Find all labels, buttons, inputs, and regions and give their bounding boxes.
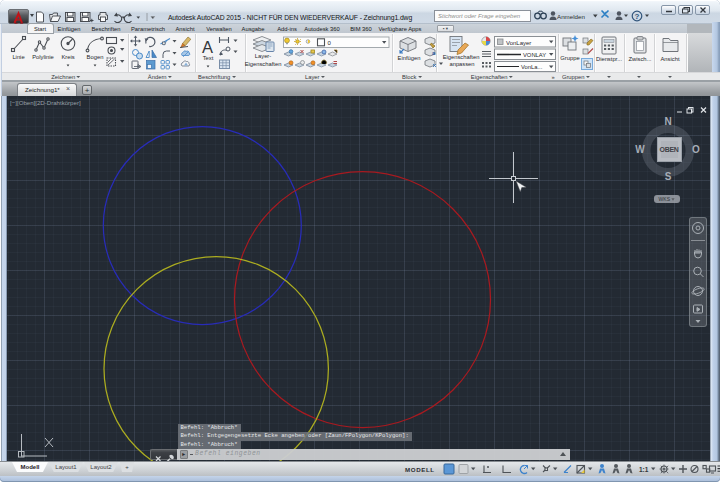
svg-text:VONLAY: VONLAY: [523, 52, 546, 58]
svg-text:1:1: 1:1: [639, 466, 649, 473]
svg-text:VonLayer: VonLayer: [506, 40, 531, 46]
svg-text:VonLa...: VonLa...: [521, 64, 543, 70]
svg-text:?: ?: [635, 12, 640, 21]
svg-text:A: A: [202, 38, 213, 56]
